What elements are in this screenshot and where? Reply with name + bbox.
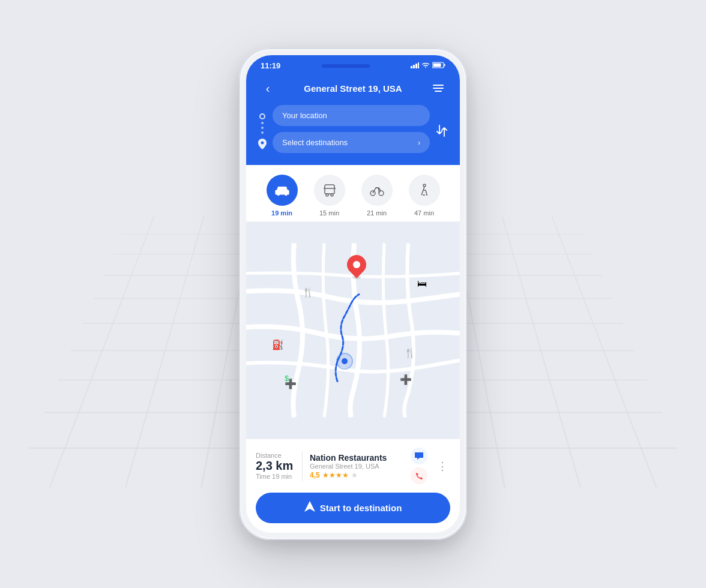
- poi-hospital: ➕: [400, 374, 412, 385]
- svg-point-30: [326, 194, 328, 196]
- car-time: 19 min: [271, 209, 292, 217]
- status-icons: [411, 62, 445, 70]
- distance-value: 2,3 km: [256, 459, 293, 473]
- search-area: Your location Select destinations ›: [246, 105, 460, 165]
- destination-arrow: ›: [418, 139, 420, 147]
- svg-line-16: [502, 216, 581, 488]
- svg-point-31: [331, 194, 333, 196]
- signal-icon: [411, 62, 419, 70]
- place-rating: 4,5 ★★★★★: [310, 471, 403, 479]
- svg-line-10: [125, 216, 204, 488]
- svg-point-37: [423, 184, 426, 187]
- map-area[interactable]: 🍴 ⛽ 🍴 ➕ ➕ $ 🛏: [246, 222, 460, 439]
- location-placeholder: Your location: [282, 111, 327, 120]
- transport-walk[interactable]: 47 min: [409, 175, 440, 217]
- search-inputs: Your location Select destinations ›: [273, 105, 430, 153]
- place-name: Nation Restaurants: [310, 453, 403, 463]
- svg-line-9: [50, 216, 154, 488]
- star-empty: ★: [351, 471, 358, 479]
- stars-icon: ★★★★: [322, 471, 349, 479]
- transport-bar: 19 min 15 min 21 min 47 min: [246, 165, 460, 222]
- status-bar: 11:19: [246, 55, 460, 74]
- poi-dollar: $: [285, 374, 289, 383]
- message-button[interactable]: [411, 448, 427, 464]
- svg-point-36: [379, 191, 384, 196]
- notch: [322, 64, 370, 68]
- walk-icon-bg: [409, 175, 440, 206]
- back-button[interactable]: ‹: [258, 79, 277, 98]
- call-button[interactable]: [411, 467, 427, 484]
- app-header: ‹ General Street 19, USA: [246, 74, 460, 105]
- destination-placeholder: Select destinations: [282, 138, 348, 147]
- vertical-divider: [302, 451, 303, 481]
- svg-rect-28: [325, 185, 334, 194]
- current-location-dot: [342, 358, 348, 364]
- transport-car[interactable]: 19 min: [267, 175, 298, 217]
- svg-rect-24: [433, 64, 441, 67]
- status-time: 11:19: [261, 61, 280, 70]
- destination-pin-icon: [258, 139, 267, 149]
- menu-line-2: [433, 88, 444, 89]
- menu-line-1: [433, 85, 444, 86]
- menu-line-3: [435, 91, 442, 92]
- poi-hotel: 🛏: [417, 278, 427, 289]
- poi-restaurant-2: 🍴: [404, 347, 416, 359]
- navigation-icon: [304, 501, 315, 515]
- rating-number: 4,5: [310, 471, 320, 479]
- bike-icon-bg: [361, 175, 393, 206]
- screen: 11:19 ‹ General Street 19, USA: [246, 55, 460, 533]
- route-dot-3: [261, 131, 264, 134]
- transport-bus[interactable]: 15 min: [314, 175, 345, 217]
- svg-rect-18: [411, 66, 412, 68]
- action-buttons: [411, 448, 427, 484]
- route-indicator: [258, 105, 267, 153]
- route-dot-2: [261, 127, 264, 129]
- svg-rect-20: [415, 64, 417, 68]
- destination-input[interactable]: Select destinations ›: [273, 132, 430, 153]
- origin-dot: [259, 113, 265, 119]
- header-title: General Street 19, USA: [304, 83, 402, 94]
- bus-time: 15 min: [319, 209, 339, 217]
- bus-icon-bg: [314, 175, 345, 206]
- poi-restaurant-1: 🍴: [302, 287, 314, 298]
- battery-icon: [432, 62, 445, 70]
- wifi-icon: [421, 62, 430, 70]
- svg-line-17: [552, 216, 656, 488]
- start-navigation-button[interactable]: Start to destination: [256, 493, 450, 523]
- pin-head: [343, 251, 370, 278]
- current-location-marker: [336, 353, 353, 370]
- menu-button[interactable]: [429, 79, 448, 98]
- location-input[interactable]: Your location: [273, 105, 430, 126]
- swap-button[interactable]: [436, 105, 448, 153]
- svg-rect-19: [413, 65, 415, 68]
- info-panel: Distance 2,3 km Time 19 min Nation Resta…: [246, 439, 460, 493]
- route-dot-1: [261, 122, 264, 124]
- time-value: Time 19 min: [256, 473, 292, 480]
- place-info: Nation Restaurants General Street 19, US…: [310, 453, 403, 479]
- cta-label: Start to destination: [320, 503, 402, 513]
- more-options-button[interactable]: ⋮: [435, 457, 450, 475]
- bike-time: 21 min: [367, 209, 387, 217]
- svg-rect-23: [444, 64, 445, 67]
- poi-gas-station: ⛽: [272, 339, 284, 350]
- distance-label: Distance: [256, 452, 282, 459]
- walk-time: 47 min: [414, 209, 434, 217]
- phone-shell: 11:19 ‹ General Street 19, USA: [239, 48, 467, 540]
- svg-rect-21: [418, 62, 419, 68]
- transport-bike[interactable]: 21 min: [361, 175, 393, 217]
- destination-pin: [347, 255, 366, 279]
- car-icon-bg: [267, 175, 298, 206]
- pin-inner: [353, 261, 360, 268]
- distance-block: Distance 2,3 km Time 19 min: [256, 452, 295, 480]
- place-address: General Street 19, USA: [310, 463, 403, 470]
